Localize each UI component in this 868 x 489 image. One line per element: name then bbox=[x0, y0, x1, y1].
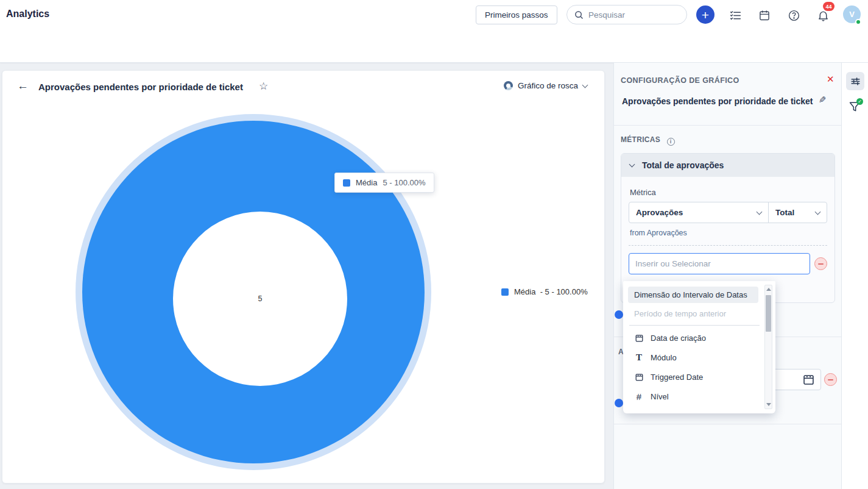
metric-source-text: from Aprovações bbox=[630, 229, 827, 237]
legend-swatch bbox=[501, 288, 509, 296]
chart-card: ← Aprovações pendentes por prioridade de… bbox=[2, 70, 605, 484]
metric-aggregate-value: Total bbox=[775, 208, 794, 217]
filter-funnel-icon[interactable]: ✓ bbox=[849, 101, 862, 114]
text-icon: T bbox=[634, 352, 644, 362]
chart-title: Aprovações pendentes por prioridade de t… bbox=[38, 82, 243, 92]
plus-icon: + bbox=[702, 9, 709, 21]
tasks-icon[interactable] bbox=[728, 8, 743, 23]
info-icon[interactable]: i bbox=[667, 138, 675, 146]
metric-field-label: Métrica bbox=[630, 188, 827, 197]
chevron-down-icon bbox=[757, 209, 763, 215]
remove-dimension-icon[interactable] bbox=[814, 257, 827, 270]
filter-applied-check-icon: ✓ bbox=[856, 98, 863, 105]
chart-settings-sliders-icon[interactable] bbox=[846, 72, 864, 90]
chevron-down-icon bbox=[815, 209, 821, 215]
dropdown-item-label: Nível bbox=[651, 392, 669, 401]
section-divider bbox=[614, 424, 842, 424]
back-arrow-icon[interactable]: ← bbox=[17, 79, 29, 93]
calendar-icon bbox=[634, 333, 644, 343]
dropdown-item-nivel[interactable]: # Nível bbox=[623, 387, 775, 406]
config-chart-name: Aprovações pendentes por prioridade de t… bbox=[622, 96, 817, 106]
donut-hole: 5 bbox=[173, 212, 347, 386]
tooltip-value: 5 - 100.00% bbox=[383, 178, 425, 187]
chart-type-selector[interactable]: Gráfico de rosca bbox=[504, 81, 587, 90]
dropdown-item-label: Data de criação bbox=[651, 334, 706, 343]
dropdown-option-highlighted[interactable]: Dimensão do Intervalo de Datas bbox=[628, 287, 758, 303]
toolbar: Análises › Visão geral das aprovações Pr… bbox=[0, 30, 868, 63]
metric-field-value: Aprovações bbox=[636, 208, 683, 217]
search-icon bbox=[574, 10, 584, 20]
search-box[interactable] bbox=[566, 5, 687, 24]
chart-config-panel: CONFIGURAÇÃO DE GRÁFICO ✕ Aprovações pen… bbox=[613, 63, 841, 489]
metric-group-title: Total de aprovações bbox=[642, 160, 724, 170]
metric-field-select[interactable]: Aprovações bbox=[629, 202, 769, 223]
number-icon: # bbox=[634, 391, 644, 401]
remove-field-icon[interactable] bbox=[824, 373, 837, 386]
chart-type-label: Gráfico de rosca bbox=[518, 81, 578, 90]
metrics-section-label: MÉTRICAS bbox=[621, 135, 660, 144]
section-divider bbox=[614, 125, 842, 126]
scroll-down-icon[interactable] bbox=[766, 403, 771, 406]
edit-pencil-icon[interactable]: ✎ bbox=[819, 95, 827, 105]
dropdown-item-data-de-criacao[interactable]: Data de criação bbox=[623, 328, 775, 348]
add-metric-plus-icon[interactable] bbox=[615, 310, 623, 319]
dimension-dropdown: Dimensão do Intervalo de Datas Período d… bbox=[623, 281, 775, 413]
dropdown-item-label: Triggered Date bbox=[651, 373, 703, 382]
tooltip-series-label: Média bbox=[356, 178, 377, 187]
legend-series-label: Média bbox=[514, 287, 535, 296]
scroll-up-icon[interactable] bbox=[766, 288, 771, 291]
favorite-star-icon[interactable]: ☆ bbox=[259, 80, 268, 93]
calendar-icon bbox=[802, 373, 815, 386]
right-icon-rail: ✓ bbox=[841, 63, 868, 489]
search-input[interactable] bbox=[588, 10, 668, 20]
dropdown-scrollbar[interactable] bbox=[764, 285, 772, 409]
chart-tooltip: Média 5 - 100.00% bbox=[334, 173, 434, 193]
dropdown-item-triggered-date[interactable]: Triggered Date bbox=[623, 367, 775, 387]
create-new-button[interactable]: + bbox=[696, 5, 715, 24]
dropdown-divider bbox=[629, 325, 760, 326]
donut-selection-halo: 5 bbox=[76, 114, 431, 470]
legend-value: - 5 - 100.00% bbox=[540, 287, 588, 296]
dimension-input[interactable] bbox=[629, 253, 810, 274]
app-title: Analytics bbox=[6, 9, 49, 20]
legend-item-media[interactable]: Média - 5 - 100.00% bbox=[501, 287, 588, 296]
donut-center-value: 5 bbox=[258, 294, 263, 303]
add-field-plus-icon[interactable] bbox=[615, 399, 623, 407]
chevron-down-icon bbox=[582, 82, 588, 88]
config-panel-title: CONFIGURAÇÃO DE GRÁFICO bbox=[621, 76, 739, 85]
donut-chart-icon bbox=[504, 81, 513, 90]
notification-count-badge: 44 bbox=[823, 2, 834, 11]
dropdown-item-modulo[interactable]: T Módulo bbox=[623, 348, 775, 367]
dropdown-item-label: Módulo bbox=[651, 353, 677, 362]
dashed-divider bbox=[629, 245, 827, 246]
help-icon[interactable] bbox=[786, 8, 801, 23]
dropdown-option-disabled: Período de tempo anterior bbox=[623, 303, 775, 324]
metric-group-header[interactable]: Total de aprovações bbox=[621, 154, 834, 177]
getting-started-button[interactable]: Primeiros passos bbox=[476, 5, 557, 24]
calendar-icon[interactable] bbox=[757, 8, 772, 23]
top-header: Analytics Primeiros passos + 44 V bbox=[0, 0, 868, 30]
scrollbar-thumb[interactable] bbox=[766, 295, 771, 332]
presence-status-dot bbox=[855, 19, 861, 25]
metric-aggregate-select[interactable]: Total bbox=[768, 202, 827, 223]
tooltip-series-swatch bbox=[343, 179, 350, 187]
calendar-icon bbox=[634, 372, 644, 382]
close-icon[interactable]: ✕ bbox=[827, 74, 834, 85]
collapse-chevron-icon bbox=[629, 162, 635, 168]
